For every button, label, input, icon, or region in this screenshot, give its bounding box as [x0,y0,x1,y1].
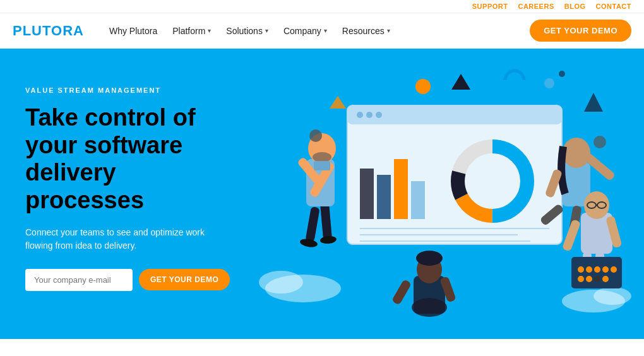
nav-item-platform[interactable]: Platform ▾ [166,22,217,40]
svg-point-62 [594,266,600,273]
nav-links: Why Plutora Platform ▾ Solutions ▾ Compa… [103,22,530,40]
svg-point-23 [544,78,554,88]
svg-point-68 [602,276,609,282]
blog-link[interactable]: BLOG [564,3,586,10]
hero-eyebrow: VALUE STREAM MANAGEMENT [25,86,240,94]
email-input[interactable] [25,269,133,291]
svg-point-24 [559,71,565,77]
hero-section: VALUE STREAM MANAGEMENT Take control of … [0,49,644,339]
support-link[interactable]: SUPPORT [472,3,508,10]
top-bar: SUPPORT CAREERS BLOG CONTACT [0,0,644,13]
svg-point-34 [313,152,331,162]
svg-marker-26 [584,93,603,112]
svg-rect-29 [320,203,332,240]
svg-rect-59 [571,257,622,288]
hero-subtext: Connect your teams to see and optimize w… [25,226,215,252]
nav-item-solutions[interactable]: Solutions ▾ [220,22,275,40]
careers-link[interactable]: CAREERS [518,3,554,10]
nav-item-why-plutora[interactable]: Why Plutora [103,22,164,40]
svg-point-8 [376,112,382,118]
svg-point-17 [472,160,513,202]
svg-rect-9 [360,169,374,219]
svg-point-6 [357,112,363,118]
svg-point-67 [594,276,600,282]
svg-rect-28 [305,206,319,242]
nav-cta-button[interactable]: GET YOUR DEMO [530,20,631,42]
svg-point-64 [611,266,617,273]
svg-point-37 [309,129,322,142]
hero-cta-button[interactable]: GET YOUR DEMO [139,269,230,290]
contact-link[interactable]: CONTACT [596,3,631,10]
svg-point-3 [593,287,631,305]
chevron-down-icon: ▾ [265,27,268,34]
svg-rect-43 [391,279,412,306]
svg-marker-27 [330,96,346,109]
hero-form: GET YOUR DEMO [25,269,240,291]
svg-point-42 [416,251,443,266]
chevron-down-icon: ▾ [324,27,327,34]
navbar: PLUTORA Why Plutora Platform ▾ Solutions… [0,13,644,49]
svg-marker-22 [451,74,470,90]
svg-rect-38 [314,161,330,170]
svg-point-1 [259,271,303,294]
chevron-down-icon: ▾ [387,27,390,34]
hero-headline: Take control of your software delivery p… [25,104,240,215]
svg-point-60 [578,266,584,273]
svg-point-46 [563,138,590,168]
chevron-down-icon: ▾ [208,27,211,34]
svg-point-31 [320,235,337,244]
svg-rect-10 [377,175,391,219]
svg-point-21 [415,79,431,94]
svg-point-7 [366,112,373,118]
svg-point-25 [570,85,579,94]
logo[interactable]: PLUTORA [13,23,84,39]
svg-point-66 [586,276,592,282]
svg-point-61 [586,266,592,273]
nav-item-company[interactable]: Company ▾ [277,22,333,40]
svg-rect-12 [411,181,425,219]
nav-item-resources[interactable]: Resources ▾ [336,22,397,40]
svg-point-63 [602,266,609,273]
svg-rect-69 [562,219,581,252]
svg-point-30 [299,238,318,249]
svg-point-65 [578,276,584,282]
svg-rect-11 [394,159,408,219]
svg-point-50 [593,136,606,148]
hero-illustration [227,49,644,339]
hero-text: VALUE STREAM MANAGEMENT Take control of … [25,86,240,291]
